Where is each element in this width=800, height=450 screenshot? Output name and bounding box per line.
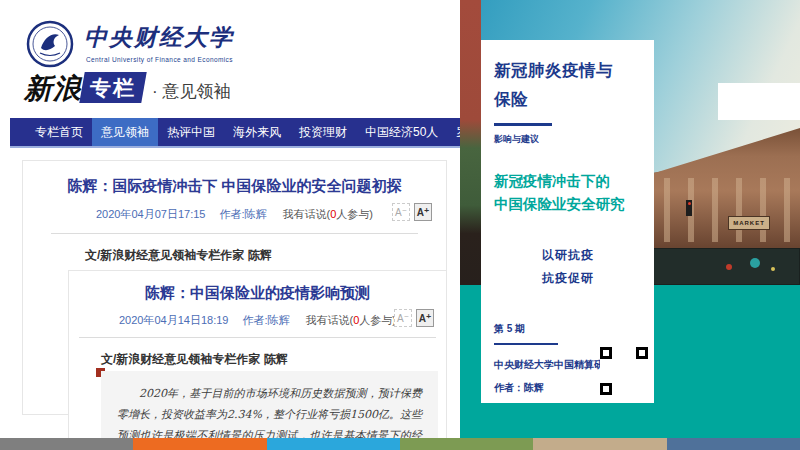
qr-code bbox=[600, 347, 648, 395]
poster-card: 新冠肺炎疫情与 保险 影响与建议 新冠疫情冲击下的 中国保险业安全研究 以研抗疫… bbox=[481, 40, 654, 403]
nav-item-economy-50[interactable]: 中国经济50人 bbox=[356, 118, 447, 146]
poster-slogan: 以研抗疫 抗疫促研 bbox=[494, 244, 642, 290]
footer-stripes bbox=[0, 438, 800, 450]
article-2-font-controls: A⁻ A⁺ bbox=[394, 309, 434, 327]
nav-item-opinion-leaders[interactable]: 意见领袖 bbox=[92, 118, 158, 146]
nav-item-hot-china[interactable]: 热评中国 bbox=[158, 118, 224, 146]
article-1-byline: 文/新浪财经意见领袖专栏作家 陈辉 bbox=[85, 247, 272, 264]
article-card-2: 陈辉：中国保险业的疫情影响预测 2020年04月14日18:19作者:陈辉我有话… bbox=[68, 270, 447, 438]
brand-tagline: · 意见领袖 bbox=[152, 80, 230, 103]
article-1-divider bbox=[51, 233, 418, 234]
article-2-meta: 2020年04月14日18:19作者:陈辉我有话说(0人参与) bbox=[69, 313, 446, 328]
nav-item-investment[interactable]: 投资理财 bbox=[290, 118, 356, 146]
footer-stripe-slate bbox=[667, 438, 800, 450]
storefront bbox=[648, 248, 800, 285]
font-increase-button[interactable]: A⁺ bbox=[414, 203, 432, 221]
article-1-title[interactable]: 陈辉：国际疫情冲击下 中国保险业的安全问题初探 bbox=[23, 177, 446, 196]
poster-kicker: 影响与建议 bbox=[494, 133, 642, 146]
building-windows bbox=[654, 178, 794, 242]
footer-stripe-gray bbox=[0, 438, 133, 450]
main-nav: 专栏首页 意见领袖 热评中国 海外来风 投资理财 中国经济50人 罗汉堂 作者库 bbox=[10, 118, 460, 146]
university-subtitle: Central University of Finance and Econom… bbox=[86, 56, 233, 63]
poster-rule-bottom bbox=[494, 343, 558, 345]
poster-pane: MARKET 新冠肺炎疫情与 保险 影响与建议 新冠疫情冲击下的 中国保险业安全… bbox=[460, 0, 800, 438]
nav-item-column-home[interactable]: 专栏首页 bbox=[26, 118, 92, 146]
market-sign: MARKET bbox=[728, 216, 770, 230]
article-1-date: 2020年04月07日17:15 bbox=[96, 208, 205, 220]
poster-title: 新冠肺炎疫情与 保险 bbox=[494, 56, 642, 114]
neon-lights bbox=[750, 258, 760, 268]
poster-rule-top bbox=[494, 123, 552, 126]
article-2-divider bbox=[79, 337, 436, 338]
font-decrease-button[interactable]: A⁻ bbox=[394, 309, 412, 327]
article-1-font-controls: A⁻ A⁺ bbox=[392, 203, 432, 221]
nav-underline bbox=[10, 146, 460, 148]
font-decrease-button[interactable]: A⁻ bbox=[392, 203, 410, 221]
article-2-title[interactable]: 陈辉：中国保险业的疫情影响预测 bbox=[69, 284, 446, 303]
article-2-byline: 文/新浪财经意见领袖专栏作家 陈辉 bbox=[101, 351, 288, 368]
article-2-quote: 2020年，基于目前的市场环境和历史数据预测，预计保费零增长，投资收益率为2.3… bbox=[101, 371, 438, 438]
footer-stripe-green bbox=[400, 438, 533, 450]
white-overlay-box bbox=[718, 83, 800, 120]
footer-stripe-tan bbox=[533, 438, 666, 450]
article-2-date: 2020年04月14日18:19 bbox=[119, 314, 228, 326]
university-name: 中央财经大学 bbox=[84, 22, 234, 53]
font-increase-button[interactable]: A⁺ bbox=[416, 309, 434, 327]
column-logo-text: 专栏 bbox=[90, 74, 136, 102]
nav-item-overseas[interactable]: 海外来风 bbox=[224, 118, 290, 146]
article-2-comments-link[interactable]: 我有话说(0人参与) bbox=[306, 314, 396, 326]
traffic-light bbox=[686, 200, 692, 216]
page: 中央财经大学 Central University of Finance and… bbox=[0, 0, 800, 450]
brick-building-left bbox=[460, 0, 481, 285]
footer-stripe-orange bbox=[133, 438, 266, 450]
poster-subtitle: 新冠疫情冲击下的 中国保险业安全研究 bbox=[494, 170, 642, 216]
article-2-author-link[interactable]: 作者:陈辉 bbox=[242, 314, 289, 326]
footer-stripe-blue bbox=[267, 438, 400, 450]
article-1-meta: 2020年04月07日17:15作者:陈辉我有话说(0人参与) bbox=[23, 207, 446, 222]
cufe-seal-logo bbox=[26, 20, 74, 68]
article-1-comments-link[interactable]: 我有话说(0人参与) bbox=[283, 208, 373, 220]
column-logo-box: 专栏 bbox=[79, 72, 146, 103]
sina-logo: 新浪 bbox=[24, 70, 82, 108]
article-1-author-link[interactable]: 作者:陈辉 bbox=[219, 208, 266, 220]
poster-issue-number: 第 5 期 bbox=[494, 322, 642, 336]
